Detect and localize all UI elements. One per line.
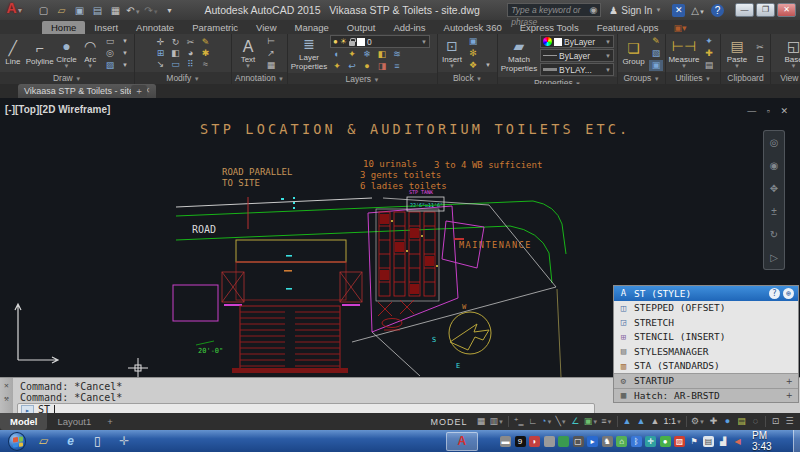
viewport-controls[interactable]: [-][Top][2D Wireframe]	[5, 104, 110, 115]
edit-block-icon[interactable]: ✻	[466, 48, 480, 59]
tab-insert[interactable]: Insert	[85, 21, 127, 34]
paste-button[interactable]: ▤Paste▼	[723, 38, 751, 69]
suggestion-sta-standards[interactable]: ▥ STA (STANDARDS)	[614, 359, 798, 374]
showmotion-icon[interactable]: ▷	[770, 252, 778, 263]
rectangle-icon[interactable]: ▭	[103, 36, 117, 47]
dynamic-input-icon[interactable]: ⁺‗	[512, 413, 525, 430]
layer-match-icon[interactable]: ≋	[390, 49, 404, 60]
tray-icon-2[interactable]: 9	[515, 436, 526, 447]
start-button[interactable]	[8, 432, 26, 451]
workspace-gear-icon[interactable]: ⚙▼	[690, 413, 706, 431]
action-center-flag-icon[interactable]: ⚑	[689, 436, 700, 447]
layer-walk-icon[interactable]: ✦	[330, 61, 344, 72]
qat-customize-icon[interactable]: ▼	[162, 3, 177, 18]
tab-layout1[interactable]: Layout1	[47, 413, 101, 430]
minimize-icon[interactable]: —	[735, 3, 754, 17]
panel-draw-label[interactable]: Draw ▼	[0, 72, 134, 84]
polar-tracking-icon[interactable]: ◔▼	[540, 413, 553, 431]
volume-icon[interactable]: ◀	[732, 436, 743, 447]
sign-in-button[interactable]: ♟ Sign In ▼	[609, 5, 661, 16]
rotate-icon[interactable]: ↻	[169, 37, 183, 48]
tray-icon-4[interactable]	[544, 436, 555, 447]
panel-modify-label[interactable]: Modify ▼	[135, 72, 231, 84]
tab-model[interactable]: Model	[0, 413, 47, 430]
explode-icon[interactable]: ✱	[199, 48, 213, 59]
move-icon[interactable]: ✛	[154, 37, 168, 48]
customization-icon[interactable]: ☰	[783, 413, 796, 430]
exchange-apps-icon[interactable]: ✕	[672, 4, 685, 17]
undo-icon[interactable]: ↶▼	[126, 3, 141, 18]
tab-addins[interactable]: Add-ins	[384, 21, 434, 34]
dimension-icon[interactable]: ⊢	[264, 36, 278, 47]
cut-icon[interactable]: ✂	[753, 42, 767, 53]
layer-on-icon[interactable]: ●	[360, 61, 374, 72]
create-block-icon[interactable]: ▣	[466, 36, 480, 47]
panel-block-label[interactable]: Block ▼	[438, 72, 497, 84]
tab-home[interactable]: Home	[42, 21, 85, 34]
stretch-icon[interactable]: ↘	[154, 59, 168, 70]
tray-icon-5[interactable]	[558, 436, 569, 447]
arc-button[interactable]: ◠Arc▼	[79, 38, 101, 69]
help-search-input[interactable]: Type a keyword or phrase ◉	[507, 3, 601, 17]
tray-icon-8[interactable]: ♞	[602, 436, 613, 447]
tray-icon-15[interactable]: ▤	[703, 436, 714, 447]
suggestion-st-style[interactable]: A ST (STYLE) ? ⊕	[614, 286, 798, 301]
tray-icon-1[interactable]: ▬	[500, 436, 511, 447]
tray-icon-3[interactable]: ◗	[529, 436, 540, 447]
copy-icon[interactable]: ⊞	[154, 48, 168, 59]
units-icon[interactable]: ●	[721, 413, 734, 430]
snap-icon[interactable]: ▥▼	[489, 413, 505, 431]
base-button[interactable]: ◱Base▼	[780, 38, 800, 69]
annotation-scale-value[interactable]: 1:1▼	[663, 413, 683, 431]
lineweight-toggle-icon[interactable]: ≡▼	[600, 413, 613, 431]
block-dropdown[interactable]: ▼	[481, 60, 495, 71]
panel-clipboard-label[interactable]: Clipboard	[721, 72, 770, 84]
command-wrench-icon[interactable]: ⚒	[4, 394, 9, 403]
group-button[interactable]: ❏Group	[620, 40, 647, 66]
tab-featured-apps[interactable]: Featured Apps	[588, 21, 668, 34]
object-snap-tracking-icon[interactable]: ∠	[569, 413, 582, 430]
tab-view[interactable]: View	[247, 21, 285, 34]
command-line-grip[interactable]: ✕ ⚒	[0, 378, 13, 414]
zoom-icon[interactable]: ±	[771, 206, 777, 217]
erase-icon[interactable]: ✎	[199, 37, 213, 48]
annotation-visibility-icon[interactable]: ▲	[621, 413, 634, 430]
expand-plus-icon-2[interactable]: ＋	[784, 388, 794, 402]
layer-isolate-icon[interactable]: ✦	[345, 49, 359, 60]
layer-prev-icon[interactable]: ↩	[345, 61, 359, 72]
match-properties-button[interactable]: ▰ Match Properties	[500, 38, 538, 73]
ungroup-icon[interactable]: ✎	[649, 36, 663, 47]
network-icon[interactable]: ▟	[718, 436, 729, 447]
add-layout-button[interactable]: +	[101, 413, 119, 430]
tab-extra-icon[interactable]: ▣▾	[667, 22, 692, 34]
layer-dropdown[interactable]: ● ☀ 0 ▼	[330, 35, 430, 48]
text-button[interactable]: AText▼	[234, 38, 262, 69]
measure-button[interactable]: ⊢⊣Measure▼	[668, 38, 700, 69]
panel-properties-label[interactable]: Properties ▼	[498, 77, 617, 84]
ellipse-dropdown[interactable]: ▼	[118, 48, 132, 59]
panel-annotation-label[interactable]: Annotation ▼	[232, 72, 287, 84]
expand-plus-icon[interactable]: ＋	[784, 374, 794, 388]
line-button[interactable]: ╱Line	[2, 40, 24, 66]
search-icon[interactable]: ◉	[589, 4, 597, 16]
hatch-dropdown[interactable]: ▼	[118, 60, 132, 71]
a360-icon[interactable]: △▼	[691, 5, 705, 16]
application-menu-button[interactable]: A▼	[0, 0, 30, 20]
suggestion-hatch[interactable]: ▦ Hatch: AR-BRSTD ＋	[614, 388, 798, 403]
grid-icon[interactable]: ▦	[475, 413, 488, 430]
ortho-icon[interactable]: ∟	[526, 413, 539, 430]
taskbar-clock[interactable]: PM 3:43	[752, 430, 787, 452]
close-icon[interactable]: ✕	[777, 3, 796, 17]
open-folder-icon[interactable]: ▱	[54, 3, 69, 18]
annotation-scale-icon[interactable]: ▲	[649, 413, 662, 430]
tray-icon-7[interactable]: ▸	[587, 436, 598, 447]
layer-lock-icon[interactable]: ◧	[375, 49, 389, 60]
group-select-icon[interactable]: ▣	[649, 60, 663, 71]
leader-icon[interactable]: ↗	[264, 48, 278, 59]
tray-icon-6[interactable]: ▢	[573, 436, 584, 447]
quick-select-icon[interactable]: ✦	[702, 36, 716, 47]
isolate-objects-icon[interactable]: ◌	[749, 413, 762, 430]
array-icon[interactable]: ⠿	[184, 59, 198, 70]
tab-parametric[interactable]: Parametric	[183, 21, 247, 34]
suggestion-stepped-offset[interactable]: ◫ STEPPED (OFFSET)	[614, 301, 798, 316]
